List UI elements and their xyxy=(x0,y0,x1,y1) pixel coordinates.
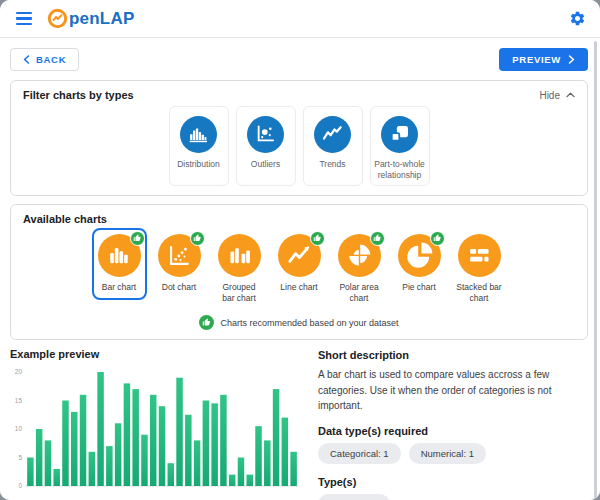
filter-type-outliers[interactable]: Outliers xyxy=(236,106,296,186)
gear-icon[interactable] xyxy=(569,10,586,27)
charts-panel: Available charts Bar chartDot chartGroup… xyxy=(10,204,588,340)
example-preview-title: Example preview xyxy=(10,348,310,360)
chart-option-grouped-bar-chart[interactable]: Grouped bar chart xyxy=(212,228,267,311)
toolbar: BACK PREVIEW xyxy=(10,48,588,71)
chart-icon-wrap xyxy=(338,234,381,277)
thumbs-up-badge xyxy=(130,231,145,246)
filter-type-trends[interactable]: Trends xyxy=(303,106,363,186)
recommended-note-text: Charts recommended based on your dataset xyxy=(220,318,398,328)
charts-panel-title: Available charts xyxy=(23,213,107,225)
chevron-right-icon xyxy=(568,55,575,64)
chart-option-label: Dot chart xyxy=(162,282,197,293)
scrollbar[interactable] xyxy=(594,41,597,500)
svg-text:0: 0 xyxy=(18,482,22,489)
types-title: Type(s) xyxy=(318,476,588,488)
part-whole-icon xyxy=(381,116,418,153)
grouped-bar-icon xyxy=(218,234,261,277)
app-window: penLAP BACK PREVIEW Filter charts by typ… xyxy=(0,0,600,500)
chart-icon-wrap xyxy=(218,234,261,277)
short-description-title: Short description xyxy=(318,349,588,361)
filter-type-distribution[interactable]: Distribution xyxy=(169,106,229,186)
chart-option-line-chart[interactable]: Line chart xyxy=(272,228,327,300)
recommended-note: Charts recommended based on your dataset xyxy=(23,315,575,330)
svg-text:5: 5 xyxy=(18,454,22,461)
chart-option-label: Polar area chart xyxy=(336,282,383,304)
chart-icon-wrap xyxy=(98,234,141,277)
stacked-bar-icon xyxy=(458,234,501,277)
filter-type-label: Part-to-whole relationship xyxy=(374,159,426,181)
chart-option-label: Line chart xyxy=(280,282,317,293)
filter-type-label: Distribution xyxy=(177,159,220,170)
trend-icon xyxy=(314,116,351,153)
app-logo: penLAP xyxy=(47,8,134,29)
available-charts-row: Bar chartDot chartGrouped bar chartLine … xyxy=(23,228,575,311)
logo-icon xyxy=(47,8,68,29)
chevron-up-icon xyxy=(566,92,575,98)
back-button-label: BACK xyxy=(36,54,66,65)
chart-option-stacked-bar-chart[interactable]: Stacked bar chart xyxy=(452,228,507,311)
histogram-icon xyxy=(180,116,217,153)
svg-text:20: 20 xyxy=(15,368,23,375)
preview-button-label: PREVIEW xyxy=(512,54,561,65)
thumbs-up-badge xyxy=(430,231,445,246)
menu-icon[interactable] xyxy=(14,10,34,27)
hide-toggle[interactable]: Hide xyxy=(539,90,575,101)
description-pane: Short description A bar chart is used to… xyxy=(310,348,588,500)
chart-option-label: Bar chart xyxy=(102,282,137,293)
chart-option-label: Grouped bar chart xyxy=(216,282,263,304)
data-types-title: Data type(s) required xyxy=(318,425,588,437)
chart-option-polar-area-chart[interactable]: Polar area chart xyxy=(332,228,387,311)
chart-option-label: Pie chart xyxy=(402,282,436,293)
chart-option-dot-chart[interactable]: Dot chart xyxy=(152,228,207,300)
chevron-left-icon xyxy=(23,55,30,64)
hide-toggle-label: Hide xyxy=(539,90,560,101)
filter-type-label: Outliers xyxy=(251,159,280,170)
chart-icon-wrap xyxy=(458,234,501,277)
short-description-text: A bar chart is used to compare values ac… xyxy=(318,367,588,414)
back-button[interactable]: BACK xyxy=(10,48,79,71)
filter-panel-title: Filter charts by types xyxy=(23,89,134,101)
type-pill: Distribution xyxy=(318,494,390,500)
chart-option-pie-chart[interactable]: Pie chart xyxy=(392,228,447,300)
chart-icon-wrap xyxy=(278,234,321,277)
example-bar-chart: 05101520 xyxy=(10,366,302,498)
preview-button[interactable]: PREVIEW xyxy=(499,48,588,71)
types-pills: Distribution xyxy=(318,494,588,500)
data-type-pill: Numerical: 1 xyxy=(409,443,486,464)
detail-section: Example preview 05101520 Short descripti… xyxy=(10,348,588,500)
app-header: penLAP xyxy=(0,0,600,38)
thumbs-up-badge xyxy=(370,231,385,246)
filter-panel: Filter charts by types Hide Distribution… xyxy=(10,80,588,196)
chart-option-bar-chart[interactable]: Bar chart xyxy=(92,228,147,300)
scatter-icon xyxy=(247,116,284,153)
thumbs-up-badge xyxy=(190,231,205,246)
chart-icon-wrap xyxy=(398,234,441,277)
filter-panel-header: Filter charts by types Hide xyxy=(23,89,575,101)
filter-types-row: DistributionOutliersTrendsPart-to-whole … xyxy=(23,106,575,186)
thumbs-up-badge xyxy=(310,231,325,246)
data-type-pill: Categorical: 1 xyxy=(318,443,401,464)
chart-icon-wrap xyxy=(158,234,201,277)
svg-text:15: 15 xyxy=(15,397,23,404)
example-preview-pane: Example preview 05101520 xyxy=(10,348,310,500)
charts-panel-header: Available charts xyxy=(23,213,575,225)
thumbs-up-icon xyxy=(199,315,214,330)
data-types-pills: Categorical: 1Numerical: 1 xyxy=(318,443,588,464)
filter-type-part-to-whole-relationship[interactable]: Part-to-whole relationship xyxy=(370,106,430,186)
filter-type-label: Trends xyxy=(319,159,345,170)
logo-text: penLAP xyxy=(69,9,134,29)
content: BACK PREVIEW Filter charts by types Hide… xyxy=(0,38,600,500)
svg-text:10: 10 xyxy=(15,425,23,432)
chart-option-label: Stacked bar chart xyxy=(456,282,503,304)
